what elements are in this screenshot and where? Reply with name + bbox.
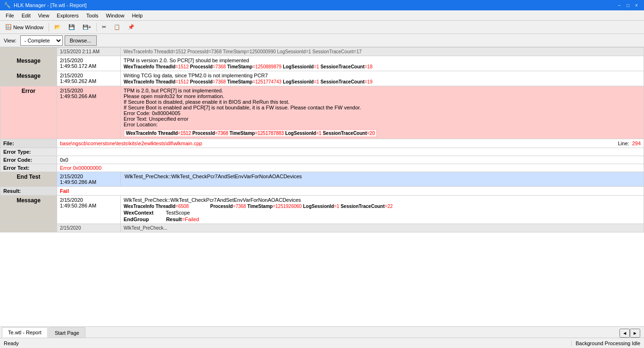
- tab-scroll-right[interactable]: ►: [630, 329, 640, 338]
- trace-ts-label-2: TimeStamp: [227, 79, 252, 84]
- save-button[interactable]: 💾: [65, 22, 78, 33]
- bottom-content-text: WlkTest_PreCheck...: [124, 225, 167, 231]
- error-date: 2/15/20201:49:50.266 AM: [60, 88, 96, 99]
- error-type-row: Error Type:: [0, 148, 644, 156]
- error-trace-key: WexTraceInfo: [126, 131, 157, 136]
- final-msg-trace-1: WexTraceInfo ThreadId=6508 ProcessId=736…: [124, 204, 641, 209]
- tab-scroll-left[interactable]: ◄: [619, 329, 630, 338]
- trace-key-2: WexTraceInfo: [124, 79, 154, 84]
- final-msg-date-cell: 2/15/20201:49:50.286 AM: [57, 196, 121, 224]
- message-label-2: Message: [17, 73, 41, 79]
- trace-ts-val-2: =1251774743: [252, 79, 281, 84]
- table-row: Message 2/15/20201:49:50.262 AM Writing …: [0, 71, 644, 86]
- menu-window[interactable]: Window: [102, 12, 128, 19]
- title-bar-title: 🔧 HLK Manager - [Te.wtl - Report]: [4, 2, 87, 8]
- trace-stc-label-2: SessionTraceCount: [320, 79, 364, 84]
- tab-start-page[interactable]: Start Page: [49, 327, 85, 338]
- trace-ls-val-2: =1: [314, 79, 319, 84]
- message-type-cell-2: Message: [0, 71, 57, 86]
- menu-explorers[interactable]: Explorers: [53, 12, 82, 19]
- result-row: Result: Fail: [0, 187, 644, 196]
- bottom-truncated-type: [0, 224, 57, 232]
- cut-icon: ✂: [102, 24, 106, 30]
- endtest-content-cell: WlkTest_PreCheck::WlkTest_CheckPcr7AndSe…: [121, 172, 644, 187]
- truncated-type-cell: [0, 48, 57, 56]
- message-text-2: Writing TCG log data, since TPM2.0 is no…: [124, 73, 641, 78]
- new-window-button[interactable]: 🪟 New Window: [2, 22, 47, 33]
- trace-pid-label-2: ProcessId: [190, 79, 213, 84]
- main-content: 1/15/2020 2:11 AM WexTraceInfo ThreadId=…: [0, 47, 644, 326]
- error-trace-ts-val: =1251787883: [255, 131, 284, 136]
- message-content-cell-1: TPM is version 2.0. So PCR[7] should be …: [121, 56, 644, 71]
- error-trace-pid-label: ProcessId: [192, 131, 215, 136]
- final-ts-label: TimeStamp: [247, 204, 273, 209]
- tab-scroll-controls: ◄ ►: [618, 329, 642, 338]
- trace-ls-label-2: LogSessionId: [283, 79, 314, 84]
- menu-tools[interactable]: Tools: [83, 12, 102, 19]
- result-value: Fail: [60, 188, 69, 194]
- final-ls-val: =1: [334, 204, 339, 209]
- open-folder-icon: 📂: [54, 24, 61, 30]
- endtest-date-cell: 2/15/20201:49:50.286 AM: [57, 172, 121, 187]
- maximize-button[interactable]: □: [624, 1, 632, 9]
- new-window-label: New Window: [13, 25, 43, 30]
- error-text-row: Error Text: Error 0x00000000: [0, 164, 644, 172]
- line-container: Line: 294: [618, 141, 641, 146]
- final-msg-label: Message: [17, 197, 41, 204]
- save-as-button[interactable]: 💾+: [79, 22, 94, 33]
- tab-report[interactable]: Te.wtl - Report: [2, 327, 48, 338]
- final-stc-val: =22: [385, 204, 393, 209]
- endtest-content: WlkTest_PreCheck::WlkTest_CheckPcr7AndSe…: [125, 174, 302, 179]
- tab-start-page-label: Start Page: [55, 330, 79, 336]
- close-button[interactable]: ×: [633, 1, 640, 9]
- trace-ls-label-1: LogSessionId: [283, 64, 314, 69]
- app-icon: 🔧: [4, 2, 11, 8]
- error-line-6: Error Text: Unspecified error: [124, 116, 641, 122]
- end-test-row: End Test 2/15/20201:49:50.286 AM WlkTest…: [0, 172, 644, 187]
- trace-pid-label-1: ProcessId: [190, 64, 213, 69]
- error-trace-ls-label: LogSessionId: [285, 131, 316, 136]
- bottom-truncated-date: 2/15/2020: [57, 224, 121, 232]
- error-line-4: If Secure Boot is enabled and PCR[7] is …: [124, 105, 641, 110]
- view-select[interactable]: - Complete - Errors only: [20, 35, 63, 46]
- paste-button[interactable]: 📌: [125, 22, 138, 33]
- file-label-cell: File:: [0, 139, 57, 148]
- cut-button[interactable]: ✂: [99, 22, 109, 33]
- error-date-cell: 2/15/20201:49:50.266 AM: [57, 86, 121, 139]
- menu-file[interactable]: File: [2, 12, 18, 19]
- message-date-1: 2/15/20201:49:50.172 AM: [60, 58, 96, 69]
- message-date-cell-2: 2/15/20201:49:50.262 AM: [57, 71, 121, 86]
- error-code-row: Error Code: 0x0: [0, 156, 644, 164]
- final-message-row: Message 2/15/20201:49:50.286 AM WlkTest_…: [0, 196, 644, 224]
- menu-view[interactable]: View: [34, 12, 53, 19]
- minimize-button[interactable]: −: [616, 1, 623, 9]
- error-line-3: If Secure Boot is disabled, please enabl…: [124, 99, 641, 105]
- bottom-truncated-content: WlkTest_PreCheck...: [121, 224, 644, 232]
- view-bar: View: - Complete - Errors only Browse...: [0, 34, 644, 47]
- open-button[interactable]: 📂: [51, 22, 64, 33]
- final-pid-label: ProcessId: [210, 204, 233, 209]
- menu-edit[interactable]: Edit: [18, 12, 34, 19]
- error-type-cell: Error: [0, 86, 57, 139]
- error-trace-thread-label: ThreadId: [158, 131, 178, 136]
- error-text-label: Error Text:: [0, 164, 57, 172]
- result-label-cell: Result:: [0, 187, 57, 196]
- error-trace-ls-val: =1: [316, 131, 321, 136]
- file-content-cell: base\ngscb\cornerstone\tests\kits\e2ewlk…: [57, 139, 644, 148]
- trace-stc-label-1: SessionTraceCount: [320, 64, 364, 69]
- line-label: Line:: [618, 141, 629, 146]
- menu-help[interactable]: Help: [128, 12, 147, 19]
- end-group-key: EndGroup: [124, 216, 149, 222]
- toolbar-separator-2: [96, 23, 97, 32]
- menu-bar: File Edit View Explorers Tools Window He…: [0, 10, 644, 21]
- truncated-date-cell: 1/15/2020 2:11 AM: [57, 48, 121, 56]
- browse-button[interactable]: Browse...: [65, 35, 97, 46]
- trace-thread-label-2: ThreadId: [156, 79, 176, 84]
- final-ls-label: LogSessionId: [303, 204, 334, 209]
- copy-icon: 📋: [114, 24, 120, 30]
- error-line-2: Please open msinfo32 for more informatio…: [124, 93, 641, 99]
- final-thread-label: ThreadId: [156, 204, 176, 209]
- title-bar-controls[interactable]: − □ ×: [616, 1, 640, 9]
- copy-button[interactable]: 📋: [110, 22, 124, 33]
- save-icon: 💾: [68, 24, 75, 30]
